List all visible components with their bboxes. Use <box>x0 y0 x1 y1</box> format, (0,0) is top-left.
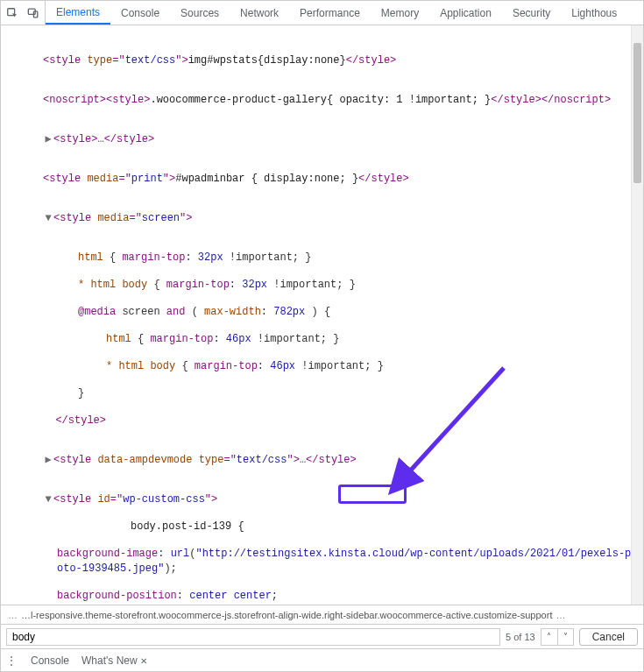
scrollbar-thumb[interactable] <box>633 43 641 183</box>
drawer-menu-icon[interactable]: ⋮ <box>6 654 18 667</box>
device-toggle-icon[interactable] <box>27 7 39 19</box>
css-rule[interactable]: html { margin-top: 46px !important; } <box>8 332 643 347</box>
dom-node[interactable]: <noscript><style>.woocommerce-product-ga… <box>8 93 643 108</box>
breadcrumb-ellipsis: … <box>556 610 565 620</box>
css-rule[interactable]: * html body { margin-top: 32px !importan… <box>8 278 643 293</box>
collapse-arrow-icon[interactable]: ▼ <box>43 211 53 226</box>
close-icon[interactable]: ✕ <box>140 656 147 666</box>
tab-sources[interactable]: Sources <box>170 1 230 25</box>
find-input[interactable] <box>6 628 500 646</box>
dom-node[interactable]: <style type="text/css">img#wpstats{displ… <box>8 53 643 68</box>
collapse-arrow-icon[interactable]: ▼ <box>43 492 53 507</box>
css-rule[interactable]: @media screen and ( max-width: 782px ) { <box>8 305 643 320</box>
inspect-icon[interactable] <box>6 7 18 19</box>
drawer-tab-whatsnew[interactable]: What's New✕ <box>81 654 147 667</box>
devtools-tabs: Elements Console Sources Network Perform… <box>46 1 627 25</box>
tab-application[interactable]: Application <box>429 1 502 25</box>
dom-node-close[interactable]: </style> <box>8 414 643 428</box>
find-count: 5 of 13 <box>506 632 535 642</box>
find-prev-button[interactable]: ˄ <box>541 629 557 645</box>
toolbar-icons <box>1 1 46 25</box>
find-cancel-button[interactable]: Cancel <box>579 628 638 646</box>
tab-memory[interactable]: Memory <box>371 1 429 25</box>
breadcrumb-path[interactable]: …l-responsive.theme-storefront.woocommer… <box>21 610 552 620</box>
css-rule[interactable]: } <box>8 386 643 401</box>
drawer-tab-console[interactable]: Console <box>31 654 69 667</box>
tab-network[interactable]: Network <box>230 1 289 25</box>
dom-node-expanded[interactable]: ▼<style media="screen"> <box>8 211 643 226</box>
tab-performance[interactable]: Performance <box>289 1 371 25</box>
find-stepper: ˄ ˅ <box>541 628 574 646</box>
css-rule[interactable]: background-image: url("http://testingsit… <box>8 547 643 577</box>
tab-lighthouse[interactable]: Lighthous <box>561 1 627 25</box>
expand-arrow-icon[interactable]: ▶ <box>43 132 53 147</box>
css-rule[interactable]: html { margin-top: 32px !important; } <box>8 251 643 265</box>
css-rule[interactable]: * html body { margin-top: 46px !importan… <box>8 359 643 374</box>
tab-console[interactable]: Console <box>110 1 170 25</box>
drawer-toolbar: ⋮ Console What's New✕ <box>1 648 643 671</box>
dom-node[interactable]: <style media="print">#wpadminbar { displ… <box>8 172 643 187</box>
css-rule[interactable]: background-position: center center; <box>8 589 643 604</box>
dom-breadcrumb[interactable]: … …l-responsive.theme-storefront.woocomm… <box>1 605 643 624</box>
dom-node[interactable]: ▶<style>…</style> <box>8 132 643 147</box>
css-rule[interactable]: body.post-id-139 { <box>8 520 643 534</box>
find-bar: 5 of 13 ˄ ˅ Cancel <box>1 624 643 648</box>
breadcrumb-ellipsis: … <box>8 610 18 620</box>
expand-arrow-icon[interactable]: ▶ <box>43 453 53 468</box>
find-next-button[interactable]: ˅ <box>557 629 573 645</box>
vertical-scrollbar[interactable] <box>631 25 643 605</box>
elements-source-pane[interactable]: <style type="text/css">img#wpstats{displ… <box>1 25 643 605</box>
dom-node[interactable]: ▶<style data-ampdevmode type="text/css">… <box>8 453 643 468</box>
dom-node-expanded[interactable]: ▼<style id="wp-custom-css"> <box>8 492 643 507</box>
tab-security[interactable]: Security <box>502 1 561 25</box>
tab-elements[interactable]: Elements <box>46 1 110 25</box>
devtools-toolbar: Elements Console Sources Network Perform… <box>1 1 643 25</box>
